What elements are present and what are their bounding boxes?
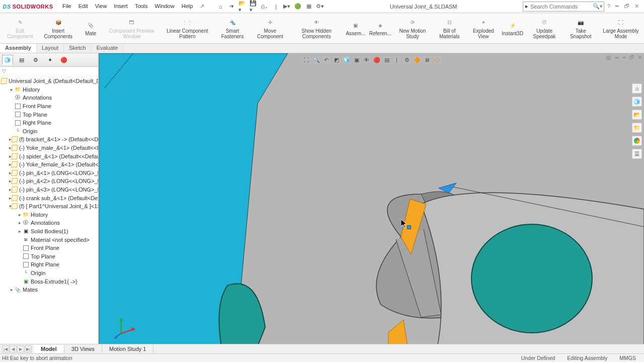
reference-geometry-button[interactable]: ◈Referen...	[368, 13, 393, 43]
menu-file[interactable]: File	[59, 1, 74, 12]
vp-max-icon[interactable]: 🗗	[629, 54, 634, 61]
next-icon[interactable]: ▶	[17, 345, 24, 352]
tree-item-bracket[interactable]: ▸(f) bracket_&<1> -> (Default<<De	[0, 135, 98, 144]
tree-item-right-plane[interactable]: Right Plane	[0, 119, 98, 127]
menu-window[interactable]: Window	[152, 1, 178, 12]
mate-button[interactable]: 📎Mate	[78, 13, 103, 43]
tree-item-yoke-male[interactable]: ▸(-) Yoke_male_&<1> (Default<<De	[0, 144, 98, 152]
tree-item-mates[interactable]: ▸📎Mates	[0, 286, 98, 294]
tab-display-manager[interactable]: 🔴	[58, 55, 69, 65]
apply-scene-icon[interactable]: ▤	[383, 56, 391, 64]
tab-3d-views[interactable]: 3D Views	[64, 345, 102, 353]
cube-view-icon[interactable]: ⬡	[433, 56, 441, 64]
display-icon[interactable]: 🖥	[423, 56, 431, 64]
expander-icon[interactable]: ▸	[9, 87, 14, 92]
tree-item-pin1[interactable]: ▸(-) pin_&<1> (LONG<<LONG>_Dis	[0, 169, 98, 177]
hide-show-icon[interactable]: 👁	[363, 56, 371, 64]
status-units[interactable]: MMGS	[619, 355, 636, 361]
tree-item-annotations[interactable]: ⒶAnnotations	[0, 94, 98, 102]
tab-motion-study[interactable]: Motion Study 1	[102, 345, 153, 353]
render-icon[interactable]: 🔶	[413, 56, 421, 64]
edit-component-button[interactable]: ✎Edit Component	[2, 13, 38, 43]
new-icon[interactable]: ▫▾	[227, 3, 235, 11]
move-component-button[interactable]: ✢Move Component	[251, 13, 289, 43]
insert-components-button[interactable]: 📦Insert Components	[38, 13, 78, 43]
open-icon[interactable]: 📂▾	[238, 3, 247, 11]
tab-dimxpert[interactable]: ✦	[44, 55, 55, 65]
search-icon[interactable]: 🔍▾	[593, 3, 603, 10]
tab-feature-tree[interactable]: 🧊	[2, 55, 13, 65]
help-icon[interactable]: ?	[607, 3, 610, 10]
tree-item-history[interactable]: ▸📁History	[0, 85, 98, 94]
vp-min-icon[interactable]: ━	[622, 54, 626, 61]
menu-help[interactable]: Help	[179, 1, 196, 12]
tree-item-child-origin[interactable]: └Origin	[0, 269, 98, 278]
search-input[interactable]	[530, 4, 591, 10]
display-style-icon[interactable]: ▣	[353, 56, 361, 64]
search-commands[interactable]: ▸ 🔍▾	[523, 2, 604, 12]
orientation-triad[interactable]	[113, 316, 135, 338]
tab-property-manager[interactable]: ▤	[16, 55, 27, 65]
previous-view-icon[interactable]: ↶	[323, 56, 331, 64]
tree-item-crank-sub[interactable]: ▸(-) crank sub_&<1> (Default<Defau	[0, 194, 98, 202]
tab-model[interactable]: Model	[34, 345, 64, 353]
view-palette-icon[interactable]	[632, 136, 642, 146]
tree-item-pin2[interactable]: ▸(-) pin_&<2> (LONG<<LONG>_Dis	[0, 177, 98, 186]
menu-edit[interactable]: Edit	[75, 1, 91, 12]
explorer-icon[interactable]: 📁	[632, 123, 642, 133]
tab-sketch[interactable]: Sketch	[64, 44, 92, 53]
exploded-view-button[interactable]: ✴Exploded View	[466, 13, 500, 43]
menu-tools[interactable]: Tools	[132, 1, 151, 12]
vp-tile-icon[interactable]: ▥	[606, 54, 611, 61]
show-hidden-button[interactable]: 👁Show Hidden Components	[289, 13, 344, 43]
tree-item-child-top-plane[interactable]: Top Plane	[0, 252, 98, 260]
smart-fasteners-button[interactable]: 🔩Smart Fasteners	[214, 13, 251, 43]
expander-icon[interactable]: ▸	[9, 287, 14, 292]
save-icon[interactable]: 💾▾	[250, 3, 258, 11]
menu-pin-icon[interactable]: ↗	[197, 1, 207, 12]
tab-evaluate[interactable]: Evaluate	[92, 44, 124, 53]
rebuild-icon[interactable]: 🟢	[294, 3, 302, 11]
last-icon[interactable]: ▶|	[25, 345, 32, 352]
section-view-icon[interactable]: ◩	[333, 56, 341, 64]
appearances-icon[interactable]: ☰	[632, 149, 642, 159]
tree-item-front-plane[interactable]: Front Plane	[0, 102, 98, 111]
menu-insert[interactable]: Insert	[111, 1, 131, 12]
tree-item-yoke-female[interactable]: ▸(-) Yoke_female_&<1> (Default<<D	[0, 160, 98, 169]
tree-item-spider[interactable]: ▸(-) spider_&<1> (Default<<Default	[0, 152, 98, 160]
tree-item-child-history[interactable]: ▸📁History	[0, 211, 98, 219]
view-orient-icon[interactable]: 🧊	[343, 56, 351, 64]
view-settings-icon[interactable]: ⚙	[403, 56, 411, 64]
menu-view[interactable]: View	[92, 1, 110, 12]
vp-link-icon[interactable]: ⫘	[614, 54, 619, 61]
large-assembly-button[interactable]: ⛶Large Assembly Mode	[598, 13, 644, 43]
resources-icon[interactable]: 🧊	[632, 97, 642, 107]
print-icon[interactable]: ⎙▾	[261, 3, 269, 11]
tree-item-part1[interactable]: ▾(f) [ Part1^Universal Joint_& ]<1> -	[0, 202, 98, 211]
tree-item-child-right-plane[interactable]: Right Plane	[0, 260, 98, 269]
tab-layout[interactable]: Layout	[37, 44, 64, 53]
tree-item-child-annotations[interactable]: ▸ⒶAnnotations	[0, 219, 98, 227]
new-motion-study-button[interactable]: ⟳New Motion Study	[393, 13, 433, 43]
zoom-fit-icon[interactable]: ⛶	[302, 56, 310, 64]
graphics-viewport[interactable]: ⛶ 🔍 ↶ ◩ 🧊 ▣ 👁 🔴 ▤ | ⚙ 🔶 🖥 ⬡ ⌂ 🧊 📂 📁 ☰	[99, 53, 644, 352]
prev-icon[interactable]: ◀	[10, 345, 17, 352]
cursor-icon[interactable]: ▶▾	[283, 3, 291, 11]
restore-icon[interactable]: 🗗	[624, 3, 629, 10]
zoom-area-icon[interactable]: 🔍	[312, 56, 320, 64]
vp-close-icon[interactable]: ✕	[637, 54, 642, 61]
options-icon[interactable]: ▦	[305, 3, 313, 11]
update-speedpak-button[interactable]: ⏱Update Speedpak	[525, 13, 564, 43]
tree-root[interactable]: Universal Joint_& (Default<Default_Di	[0, 77, 98, 85]
first-icon[interactable]: |◀	[2, 345, 9, 352]
tree-item-top-plane[interactable]: Top Plane	[0, 110, 98, 119]
tree-item-child-solid-bodies[interactable]: ▸▣Solid Bodies(1)	[0, 227, 98, 236]
tree-item-child-front-plane[interactable]: Front Plane	[0, 244, 98, 252]
library-icon[interactable]: 📂	[632, 110, 642, 120]
tree-item-child-boss-extrude[interactable]: ▣Boss-Extrude1{ ->}	[0, 277, 98, 286]
minimize-icon[interactable]: ━	[615, 3, 619, 10]
expander-icon[interactable]: ▸	[17, 212, 22, 217]
bom-button[interactable]: ☷Bill of Materials	[432, 13, 466, 43]
edit-appearance-icon[interactable]: 🔴	[373, 56, 381, 64]
preview-window-button[interactable]: 🗔Component Preview Window	[103, 13, 160, 43]
